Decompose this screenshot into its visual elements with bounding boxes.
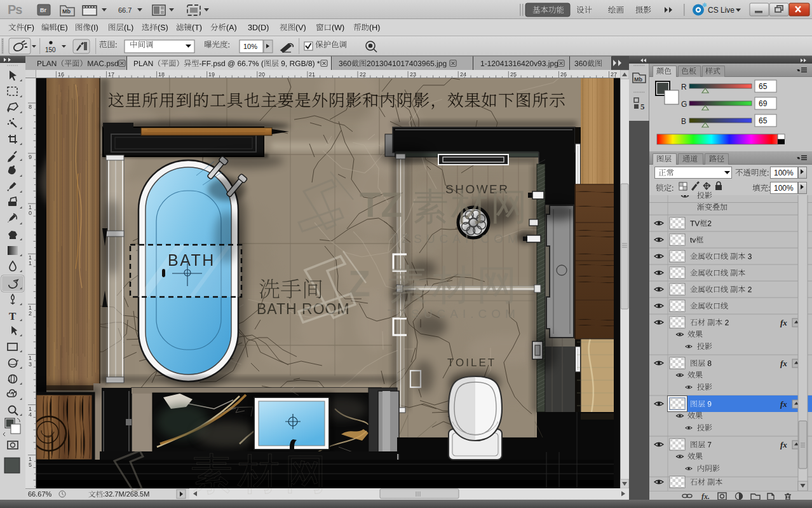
svg-text:TZSUCAI.COM: TZSUCAI.COM [390, 232, 522, 245]
svg-text:TOILET: TOILET [447, 357, 496, 369]
svg-text:TZ: TZ [360, 185, 402, 224]
svg-text:BATH: BATH [168, 251, 215, 269]
svg-text:TZSUCAI.COM: TZSUCAI.COM [388, 307, 520, 320]
svg-text:SHOWER: SHOWER [445, 182, 510, 196]
